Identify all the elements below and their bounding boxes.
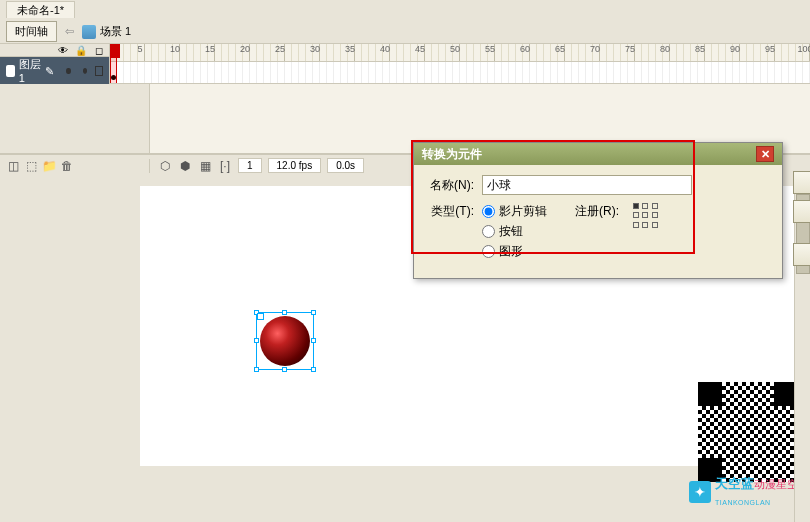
delete-layer-icon[interactable]: 🗑 bbox=[60, 159, 74, 173]
playhead[interactable] bbox=[110, 44, 117, 83]
dialog-title-text: 转换为元件 bbox=[422, 146, 482, 163]
layer-type-icon bbox=[6, 65, 15, 77]
convert-symbol-dialog: 转换为元件 ✕ 名称(N): 类型(T): 影片剪辑 按钮 图形 注册(R): … bbox=[413, 142, 783, 279]
scene-label[interactable]: 场景 1 bbox=[100, 24, 131, 39]
current-frame: 1 bbox=[238, 158, 262, 173]
type-label: 类型(T): bbox=[426, 203, 474, 220]
time-display: 0.0s bbox=[327, 158, 364, 173]
dialog-buttons: 确定 取消 高级 bbox=[793, 171, 810, 266]
document-tab-bar: 未命名-1* bbox=[0, 0, 810, 20]
name-input[interactable] bbox=[482, 175, 692, 195]
layer-name: 图层 1 bbox=[19, 57, 42, 84]
lock-icon[interactable]: 🔒 bbox=[75, 44, 87, 56]
outline-box[interactable] bbox=[95, 66, 103, 76]
pencil-icon: ✎ bbox=[45, 65, 54, 77]
close-icon[interactable]: ✕ bbox=[756, 146, 774, 162]
document-tab[interactable]: 未命名-1* bbox=[6, 1, 75, 18]
timeline-button[interactable]: 时间轴 bbox=[6, 21, 57, 42]
advanced-button[interactable]: 高级 bbox=[793, 243, 810, 266]
cancel-button[interactable]: 取消 bbox=[793, 200, 810, 223]
timeline-panel: 👁 🔒 ◻ 图层 1 ✎ 151015202530354045505560657… bbox=[0, 44, 810, 84]
visibility-icon[interactable]: 👁 bbox=[57, 44, 69, 56]
scene-icon bbox=[82, 25, 96, 39]
lock-dot[interactable] bbox=[83, 68, 87, 74]
frames-area[interactable]: 1510152025303540455055606570758085909510… bbox=[110, 44, 810, 83]
selection-bounds bbox=[256, 312, 314, 370]
layer-header: 👁 🔒 ◻ bbox=[0, 44, 109, 57]
dialog-titlebar[interactable]: 转换为元件 ✕ bbox=[414, 143, 782, 165]
type-radio-group: 影片剪辑 按钮 图形 bbox=[482, 203, 547, 260]
radio-button[interactable]: 按钮 bbox=[482, 223, 547, 240]
add-motion-icon[interactable]: ⬚ bbox=[24, 159, 38, 173]
qr-watermark bbox=[698, 382, 798, 482]
onion-outline-icon[interactable]: ⬢ bbox=[178, 159, 192, 173]
fps-display: 12.0 fps bbox=[268, 158, 322, 173]
ok-button[interactable]: 确定 bbox=[793, 171, 810, 194]
frame-ruler[interactable]: 1510152025303540455055606570758085909510… bbox=[110, 44, 810, 62]
watermark-text: ✦ 天空蓝动漫星空 TIANKONGLAN bbox=[689, 475, 798, 508]
registration-grid[interactable] bbox=[633, 203, 659, 229]
frame-track[interactable] bbox=[110, 62, 810, 83]
registration-label: 注册(R): bbox=[575, 203, 619, 220]
add-layer-icon[interactable]: ◫ bbox=[6, 159, 20, 173]
edit-multi-icon[interactable]: ▦ bbox=[198, 159, 212, 173]
outline-icon[interactable]: ◻ bbox=[93, 44, 105, 56]
onion-icon[interactable]: ⬡ bbox=[158, 159, 172, 173]
watermark-logo-icon: ✦ bbox=[689, 481, 711, 503]
add-folder-icon[interactable]: 📁 bbox=[42, 159, 56, 173]
visibility-dot[interactable] bbox=[66, 68, 70, 74]
layer-controls: 👁 🔒 ◻ 图层 1 ✎ bbox=[0, 44, 110, 83]
marker-icon[interactable]: [·] bbox=[218, 159, 232, 173]
name-label: 名称(N): bbox=[426, 177, 474, 194]
back-arrow-icon[interactable]: ⇦ bbox=[61, 25, 78, 38]
radio-graphic[interactable]: 图形 bbox=[482, 243, 547, 260]
radio-movieclip[interactable]: 影片剪辑 bbox=[482, 203, 547, 220]
layer-row[interactable]: 图层 1 ✎ bbox=[0, 57, 109, 84]
scene-toolbar: 时间轴 ⇦ 场景 1 bbox=[0, 20, 810, 44]
